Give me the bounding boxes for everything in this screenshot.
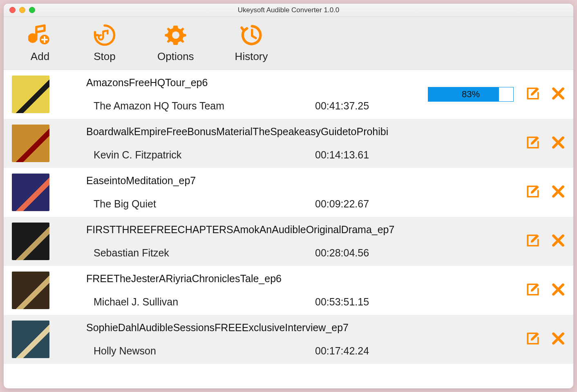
item-duration: 00:17:42.24 — [315, 345, 369, 357]
progress-bar: 83% — [428, 87, 514, 102]
edit-icon — [526, 234, 540, 247]
close-icon — [551, 185, 565, 198]
edit-icon — [526, 332, 540, 345]
item-meta: Kevin C. Fitzpatrick00:14:13.61 — [86, 149, 428, 161]
delete-button[interactable] — [551, 87, 565, 102]
item-info: SophieDahlAudibleSessionsFREEExclusiveIn… — [86, 322, 428, 357]
progress-text: 83% — [428, 87, 513, 101]
item-info: FIRSTTHREEFREECHAPTERSAmokAnAudibleOrigi… — [86, 224, 428, 259]
stop-icon — [93, 23, 116, 47]
list-item[interactable]: SophieDahlAudibleSessionsFREEExclusiveIn… — [4, 315, 573, 364]
edit-button[interactable] — [526, 234, 540, 249]
add-label: Add — [31, 50, 49, 63]
close-icon — [551, 283, 565, 296]
progress-cell: 83% — [428, 87, 514, 102]
cover-thumbnail — [12, 125, 49, 162]
item-info: AmazonsFreeHQTour_ep6The Amazon HQ Tours… — [86, 77, 428, 112]
item-info: FREETheJesterARiyriaChroniclesTale_ep6Mi… — [86, 273, 428, 308]
titlebar[interactable]: Ukeysoft Audible Converter 1.0.0 — [4, 4, 573, 17]
edit-button[interactable] — [526, 87, 540, 102]
item-actions — [526, 234, 565, 249]
edit-icon — [526, 283, 540, 296]
item-actions — [526, 136, 565, 151]
item-actions — [526, 332, 565, 347]
list-item[interactable]: AmazonsFreeHQTour_ep6The Amazon HQ Tours… — [4, 70, 573, 119]
item-list[interactable]: AmazonsFreeHQTour_ep6The Amazon HQ Tours… — [4, 70, 573, 388]
item-info: EaseintoMeditation_ep7The Big Quiet00:09… — [86, 175, 428, 210]
options-label: Options — [157, 50, 194, 63]
window-title: Ukeysoft Audible Converter 1.0.0 — [4, 6, 573, 14]
history-label: History — [235, 50, 268, 63]
stop-label: Stop — [94, 50, 116, 63]
item-author: Kevin C. Fitzpatrick — [86, 149, 299, 161]
item-title: AmazonsFreeHQTour_ep6 — [86, 77, 428, 89]
item-meta: Michael J. Sullivan00:53:51.15 — [86, 296, 428, 308]
item-actions — [526, 87, 565, 102]
close-icon — [551, 234, 565, 247]
edit-icon — [526, 136, 540, 149]
toolbar: Add Stop Options History — [4, 17, 573, 70]
item-duration: 00:41:37.25 — [315, 100, 369, 112]
delete-button[interactable] — [551, 283, 565, 298]
cover-thumbnail — [12, 76, 49, 113]
item-actions — [526, 185, 565, 200]
edit-icon — [526, 185, 540, 198]
cover-thumbnail — [12, 223, 49, 260]
delete-button[interactable] — [551, 234, 565, 249]
list-item[interactable]: FREETheJesterARiyriaChroniclesTale_ep6Mi… — [4, 266, 573, 315]
stop-button[interactable]: Stop — [93, 23, 116, 63]
cover-thumbnail — [12, 174, 49, 211]
maximize-icon[interactable] — [29, 7, 35, 13]
item-meta: The Big Quiet00:09:22.67 — [86, 198, 428, 210]
item-author: The Amazon HQ Tours Team — [86, 100, 299, 112]
item-title: FREETheJesterARiyriaChroniclesTale_ep6 — [86, 273, 428, 285]
item-title: FIRSTTHREEFREECHAPTERSAmokAnAudibleOrigi… — [86, 224, 428, 236]
item-author: Holly Newson — [86, 345, 299, 357]
svg-point-0 — [30, 35, 36, 41]
item-author: The Big Quiet — [86, 198, 299, 210]
item-title: SophieDahlAudibleSessionsFREEExclusiveIn… — [86, 322, 428, 334]
gear-icon — [164, 23, 188, 47]
edit-button[interactable] — [526, 332, 540, 347]
close-icon — [551, 136, 565, 149]
edit-button[interactable] — [526, 136, 540, 151]
item-author: Sebastian Fitzek — [86, 247, 299, 259]
item-title: EaseintoMeditation_ep7 — [86, 175, 428, 187]
list-item[interactable]: EaseintoMeditation_ep7The Big Quiet00:09… — [4, 168, 573, 217]
list-item[interactable]: BoardwalkEmpireFreeBonusMaterialTheSpeak… — [4, 119, 573, 168]
add-button[interactable]: Add — [28, 23, 52, 63]
item-meta: The Amazon HQ Tours Team00:41:37.25 — [86, 100, 428, 112]
item-info: BoardwalkEmpireFreeBonusMaterialTheSpeak… — [86, 126, 428, 161]
history-icon — [239, 23, 263, 47]
item-duration: 00:14:13.61 — [315, 149, 369, 161]
window-controls — [9, 7, 35, 13]
music-add-icon — [28, 23, 52, 47]
close-icon[interactable] — [9, 7, 16, 13]
item-duration: 00:53:51.15 — [315, 296, 369, 308]
cover-thumbnail — [12, 321, 49, 358]
close-icon — [551, 87, 565, 100]
minimize-icon[interactable] — [19, 7, 25, 13]
svg-point-2 — [172, 31, 179, 39]
options-button[interactable]: Options — [157, 23, 194, 63]
history-button[interactable]: History — [235, 23, 268, 63]
list-item[interactable]: FIRSTTHREEFREECHAPTERSAmokAnAudibleOrigi… — [4, 217, 573, 266]
edit-button[interactable] — [526, 185, 540, 200]
edit-button[interactable] — [526, 283, 540, 298]
item-title: BoardwalkEmpireFreeBonusMaterialTheSpeak… — [86, 126, 428, 138]
edit-icon — [526, 87, 540, 100]
item-actions — [526, 283, 565, 298]
item-duration: 00:28:04.56 — [315, 247, 369, 259]
item-meta: Sebastian Fitzek00:28:04.56 — [86, 247, 428, 259]
item-author: Michael J. Sullivan — [86, 296, 299, 308]
delete-button[interactable] — [551, 332, 565, 347]
delete-button[interactable] — [551, 136, 565, 151]
item-meta: Holly Newson00:17:42.24 — [86, 345, 428, 357]
item-duration: 00:09:22.67 — [315, 198, 369, 210]
delete-button[interactable] — [551, 185, 565, 200]
app-window: Ukeysoft Audible Converter 1.0.0 Add Sto… — [3, 3, 574, 389]
close-icon — [551, 332, 565, 345]
cover-thumbnail — [12, 272, 49, 309]
